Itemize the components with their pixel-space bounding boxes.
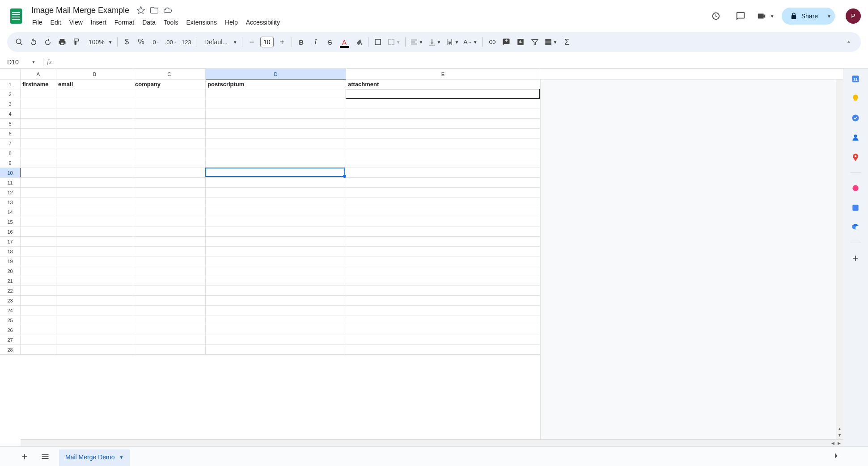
cell[interactable] — [56, 315, 133, 325]
cell[interactable] — [346, 148, 540, 158]
vertical-align-icon[interactable]: ▼ — [426, 35, 443, 49]
all-sheets-icon[interactable] — [38, 450, 52, 463]
get-addons-icon[interactable] — [851, 254, 860, 263]
text-wrap-icon[interactable]: ▼ — [444, 35, 461, 49]
cell[interactable] — [133, 256, 206, 266]
cell[interactable] — [346, 325, 540, 335]
cell[interactable] — [346, 266, 540, 276]
cell[interactable] — [206, 315, 346, 325]
cell[interactable] — [346, 227, 540, 237]
insert-chart-icon[interactable] — [514, 35, 527, 49]
horizontal-align-icon[interactable]: ▼ — [408, 35, 425, 49]
explore-icon[interactable] — [830, 449, 843, 462]
cell[interactable] — [346, 89, 540, 99]
cell[interactable] — [56, 335, 133, 345]
cell[interactable] — [346, 188, 540, 197]
cell[interactable] — [21, 197, 56, 207]
cell[interactable] — [56, 178, 133, 188]
cell[interactable] — [133, 207, 206, 217]
cell[interactable] — [21, 335, 56, 345]
row-header[interactable]: 8 — [0, 148, 21, 158]
row-header[interactable]: 18 — [0, 247, 21, 256]
cell[interactable] — [133, 188, 206, 197]
cell[interactable] — [56, 237, 133, 247]
cell[interactable] — [56, 217, 133, 227]
row-header[interactable]: 10 — [0, 168, 21, 178]
collapse-toolbar-icon[interactable] — [842, 35, 855, 49]
cell[interactable]: email — [56, 80, 133, 89]
cell[interactable] — [133, 148, 206, 158]
row-header[interactable]: 1 — [0, 80, 21, 89]
row-header[interactable]: 27 — [0, 335, 21, 345]
cloud-icon[interactable] — [163, 6, 172, 15]
cell[interactable] — [206, 158, 346, 168]
cell[interactable] — [56, 256, 133, 266]
cell[interactable] — [346, 207, 540, 217]
row-header[interactable]: 20 — [0, 266, 21, 276]
name-box[interactable]: D10▼ — [4, 59, 39, 66]
cell[interactable] — [56, 119, 133, 129]
cell[interactable] — [21, 148, 56, 158]
cell[interactable] — [133, 139, 206, 148]
addon-icon-3[interactable] — [851, 223, 860, 232]
row-header[interactable]: 19 — [0, 256, 21, 266]
bold-icon[interactable]: B — [295, 35, 308, 49]
cell[interactable] — [133, 247, 206, 256]
cell[interactable] — [133, 325, 206, 335]
calendar-icon[interactable]: 31 — [851, 74, 860, 83]
cell[interactable] — [346, 286, 540, 296]
text-rotation-icon[interactable]: A→▼ — [462, 35, 479, 49]
maps-icon[interactable] — [851, 153, 860, 162]
row-header[interactable]: 28 — [0, 345, 21, 355]
cell[interactable] — [346, 158, 540, 168]
formula-input[interactable] — [55, 55, 868, 68]
cell[interactable]: company — [133, 80, 206, 89]
cell[interactable] — [21, 247, 56, 256]
cell[interactable] — [346, 129, 540, 139]
cell[interactable] — [21, 119, 56, 129]
filter-views-icon[interactable]: ▼ — [542, 35, 559, 49]
fill-color-icon[interactable] — [352, 35, 365, 49]
merge-cells-icon[interactable]: ▼ — [385, 35, 402, 49]
row-header[interactable]: 23 — [0, 296, 21, 306]
cell[interactable] — [206, 335, 346, 345]
cell[interactable] — [21, 306, 56, 315]
row-header[interactable]: 6 — [0, 129, 21, 139]
cell[interactable] — [133, 99, 206, 109]
document-title[interactable]: Image Mail Merge Example — [29, 5, 132, 16]
meet-icon[interactable]: ▼ — [757, 7, 775, 25]
cell[interactable] — [56, 99, 133, 109]
share-dropdown[interactable]: ▼ — [827, 14, 831, 19]
italic-icon[interactable]: I — [309, 35, 322, 49]
row-header[interactable]: 9 — [0, 158, 21, 168]
cell[interactable] — [206, 148, 346, 158]
cell[interactable] — [21, 345, 56, 355]
cell[interactable] — [21, 99, 56, 109]
cell[interactable] — [56, 168, 133, 178]
menu-insert[interactable]: Insert — [87, 17, 110, 28]
row-header[interactable]: 15 — [0, 217, 21, 227]
cell[interactable] — [21, 168, 56, 178]
cell[interactable] — [21, 178, 56, 188]
menu-help[interactable]: Help — [221, 17, 241, 28]
cell[interactable]: postscriptum — [206, 80, 346, 89]
add-sheet-icon[interactable] — [18, 450, 31, 463]
cell[interactable] — [133, 315, 206, 325]
cell[interactable] — [21, 315, 56, 325]
print-icon[interactable] — [55, 35, 69, 49]
cell[interactable] — [21, 256, 56, 266]
row-header[interactable]: 5 — [0, 119, 21, 129]
cell[interactable] — [206, 168, 346, 178]
font-family-select[interactable]: Defaul...▼ — [199, 35, 239, 49]
cell[interactable] — [133, 227, 206, 237]
increase-fontsize-icon[interactable]: + — [275, 35, 289, 49]
decrease-fontsize-icon[interactable]: − — [245, 35, 258, 49]
row-header[interactable]: 22 — [0, 286, 21, 296]
cell[interactable] — [21, 139, 56, 148]
row-header[interactable]: 11 — [0, 178, 21, 188]
cell[interactable] — [56, 109, 133, 119]
cell[interactable] — [133, 89, 206, 99]
cell[interactable] — [206, 325, 346, 335]
sheet-tab-active[interactable]: Mail Merge Demo▼ — [59, 449, 130, 466]
format-123-button[interactable]: 123 — [180, 35, 193, 49]
